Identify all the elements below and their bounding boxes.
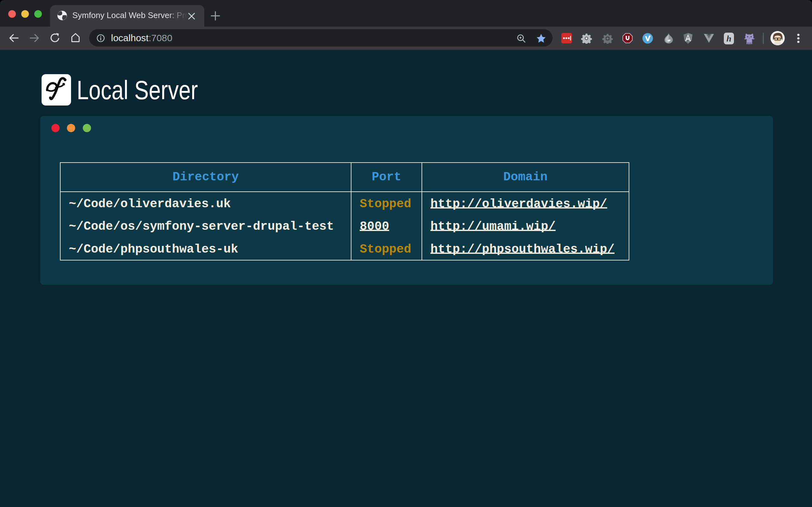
svg-text:h: h [726,34,731,43]
